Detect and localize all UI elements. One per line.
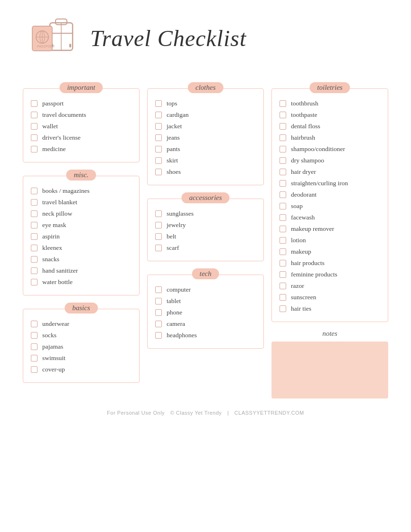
list-item: kleenex (31, 243, 131, 253)
checkbox[interactable] (155, 210, 162, 217)
checkbox[interactable] (155, 134, 162, 141)
checkbox[interactable] (31, 222, 37, 228)
checkbox[interactable] (31, 233, 37, 240)
checkbox[interactable] (31, 199, 37, 206)
svg-rect-5 (69, 44, 71, 48)
checkbox[interactable] (280, 305, 286, 312)
checkbox[interactable] (280, 100, 286, 107)
checkbox[interactable] (31, 210, 37, 217)
checkbox[interactable] (31, 245, 37, 251)
list-item: cardigan (155, 110, 256, 120)
item-label: makeup (291, 248, 311, 256)
list-item: tablet (155, 296, 256, 306)
checkbox[interactable] (155, 157, 162, 164)
checkbox[interactable] (155, 321, 162, 327)
checkbox[interactable] (155, 222, 162, 228)
list-item: skirt (155, 155, 256, 166)
checkbox[interactable] (31, 256, 37, 263)
checkbox[interactable] (280, 146, 286, 152)
checkbox[interactable] (155, 309, 162, 316)
checkbox[interactable] (31, 332, 37, 339)
list-item: travel blanket (31, 197, 131, 208)
section-title-tech: tech (192, 268, 219, 279)
item-label: makeup remover (291, 225, 334, 233)
item-label: tablet (167, 297, 181, 305)
list-item: phone (155, 307, 256, 318)
notes-title: notes (271, 330, 388, 338)
checkbox[interactable] (280, 271, 286, 278)
list-item: makeup remover (280, 224, 380, 234)
checkbox[interactable] (280, 226, 286, 232)
item-label: pajamas (42, 343, 63, 351)
list-item: dry shampoo (280, 155, 380, 166)
checkbox[interactable] (31, 279, 37, 285)
checkbox[interactable] (31, 267, 37, 274)
checkbox[interactable] (280, 203, 286, 209)
checkbox[interactable] (280, 180, 286, 187)
checkbox[interactable] (155, 146, 162, 152)
checkbox[interactable] (280, 157, 286, 164)
list-item: hairbrush (280, 133, 380, 143)
toiletries-items: toothbrushtoothpastedental flosshairbrus… (280, 98, 380, 314)
checkbox[interactable] (280, 191, 286, 198)
list-item: cover-up (31, 364, 131, 375)
checkbox[interactable] (155, 298, 162, 304)
checkbox[interactable] (31, 112, 37, 118)
section-clothes: clothes topscardiganjacketjeanspantsskir… (147, 88, 264, 185)
checkbox[interactable] (280, 134, 286, 141)
checkbox[interactable] (31, 355, 37, 361)
checkbox[interactable] (155, 169, 162, 175)
checkbox[interactable] (31, 343, 37, 350)
page: PASSPORT Travel Checklist important pass… (0, 0, 411, 532)
item-label: phone (167, 309, 182, 316)
checkbox[interactable] (155, 245, 162, 251)
item-label: pants (167, 145, 180, 153)
checkbox[interactable] (280, 123, 286, 130)
checkbox[interactable] (31, 366, 37, 373)
checkbox[interactable] (31, 188, 37, 194)
checkbox[interactable] (280, 294, 286, 301)
checkbox[interactable] (31, 100, 37, 107)
checkbox[interactable] (155, 233, 162, 240)
checkbox[interactable] (31, 146, 37, 152)
checkbox[interactable] (280, 248, 286, 255)
list-item: lotion (280, 235, 380, 246)
item-label: neck pillow (42, 210, 72, 218)
checkbox[interactable] (155, 100, 162, 107)
item-label: travel documents (42, 111, 86, 119)
item-label: hair ties (291, 305, 311, 313)
important-items: passporttravel documentswalletdriver's l… (31, 98, 131, 154)
checkbox[interactable] (155, 112, 162, 118)
list-item: deodorant (280, 190, 380, 200)
checkbox[interactable] (155, 286, 162, 293)
list-item: aspirin (31, 231, 131, 242)
section-important: important passporttravel documentswallet… (23, 88, 140, 162)
checkbox[interactable] (155, 332, 162, 339)
list-item: jeans (155, 133, 256, 143)
notes-box[interactable] (271, 342, 388, 399)
checkbox[interactable] (280, 260, 286, 266)
list-item: hair ties (280, 304, 380, 314)
checkbox[interactable] (31, 321, 37, 327)
checkbox[interactable] (31, 123, 37, 130)
item-label: eye mask (42, 221, 66, 229)
header: PASSPORT Travel Checklist (14, 10, 397, 66)
misc-items: books / magazinestravel blanketneck pill… (31, 186, 131, 287)
item-label: tops (167, 100, 177, 107)
checkbox[interactable] (280, 214, 286, 221)
list-item: shampoo/conditioner (280, 144, 380, 154)
section-title-important: important (59, 82, 103, 93)
checkbox[interactable] (280, 237, 286, 244)
list-item: toothbrush (280, 98, 380, 109)
item-label: skirt (167, 157, 178, 164)
list-item: eye mask (31, 220, 131, 230)
checkbox[interactable] (155, 123, 162, 130)
list-item: water bottle (31, 277, 131, 287)
list-item: wallet (31, 121, 131, 132)
checkbox[interactable] (280, 112, 286, 118)
checkbox[interactable] (280, 169, 286, 175)
list-item: soap (280, 201, 380, 211)
checkbox[interactable] (31, 134, 37, 141)
checkbox[interactable] (280, 283, 286, 289)
item-label: shoes (167, 168, 181, 176)
